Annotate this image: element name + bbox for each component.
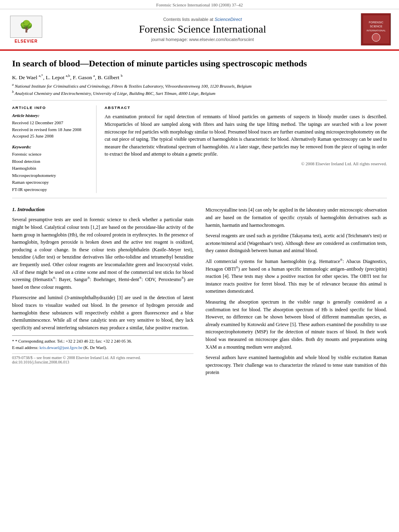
article-info-column: ARTICLE INFO Article history: Received 1… — [12, 105, 97, 193]
affiliation-b: b Analytical Chemistry and Electrochemis… — [12, 90, 387, 96]
right-para-1: Microcrystalline tests [4] can only be a… — [206, 206, 387, 229]
article-title: In search of blood—Detection of minute p… — [12, 58, 387, 70]
intro-para-1: Several presumptive tests are used in fo… — [12, 216, 193, 291]
elsevier-tree-icon: 🌳 — [19, 21, 33, 32]
journal-cover-thumbnail: FORENSIC SCIENCE INTERNATIONAL — [361, 13, 391, 45]
sciencedirect-line: Contents lists available at ScienceDirec… — [52, 17, 353, 22]
body-section: 1. Introduction Several presumptive test… — [12, 206, 387, 379]
journal-citation: Forensic Science International 180 (2008… — [0, 0, 399, 9]
introduction-heading: 1. Introduction — [12, 206, 193, 213]
journal-title: Forensic Science International — [52, 23, 353, 35]
elsevier-logo-box: 🌳 — [10, 16, 42, 38]
keyword-ftir: FT-IR spectroscopy — [12, 186, 90, 193]
journal-header: 🌳 ELSEVIER Contents lists available at S… — [0, 9, 399, 51]
intro-para-2: Fluoresceine and luminol (3-aminophthalh… — [12, 294, 193, 331]
journal-center: Contents lists available at ScienceDirec… — [44, 17, 361, 42]
journal-homepage: journal homepage: www.elsevier.com/locat… — [52, 37, 353, 42]
article-info-abstract: ARTICLE INFO Article history: Received 1… — [12, 105, 387, 193]
right-para-4: Measuring the absorption spectrum in the… — [206, 298, 387, 351]
copyright-line: © 2008 Elsevier Ireland Ltd. All rights … — [105, 161, 387, 166]
elsevier-logo: 🌳 ELSEVIER — [8, 16, 44, 43]
abstract-label: ABSTRACT — [105, 105, 387, 110]
elsevier-wordmark: ELSEVIER — [14, 39, 37, 43]
keyword-blood: Blood detection — [12, 158, 90, 165]
svg-point-5 — [372, 33, 380, 41]
article-history-label: Article history: — [12, 113, 90, 118]
svg-text:SCIENCE: SCIENCE — [370, 25, 382, 28]
keywords-section: Keywords: Forensic science Blood detecti… — [12, 144, 90, 193]
right-para-3: All commercial systems for human haemogl… — [206, 258, 387, 295]
authors-line: K. De Wael a,*, L. Lepot a,b, F. Gason a… — [12, 74, 387, 81]
section-divider — [12, 198, 387, 198]
introduction-columns: 1. Introduction Several presumptive test… — [12, 206, 387, 379]
keywords-label: Keywords: — [12, 144, 90, 149]
keyword-forensic: Forensic science — [12, 151, 90, 158]
body-left-column: 1. Introduction Several presumptive test… — [12, 206, 193, 379]
keyword-raman: Raman spectroscopy — [12, 179, 90, 186]
affiliation-a: a National Institute for Criminalistics … — [12, 83, 387, 88]
right-para-2: Several reagents are used such as pyridi… — [206, 232, 387, 255]
article-info-label: ARTICLE INFO — [12, 105, 90, 110]
footnote-email: E-mail address: kris.dewael@just.fgov.be… — [12, 345, 193, 351]
footnotes: * * Corresponding author. Tel.: +32 2 24… — [12, 335, 193, 351]
divider — [12, 100, 387, 101]
bottom-info: 0379-0738/$ – see front matter © 2008 El… — [12, 353, 193, 364]
history-accepted: Accepted 25 June 2008 — [12, 133, 90, 140]
and-word: and — [341, 337, 348, 342]
keyword-microspectro: Microspectrophotometry — [12, 172, 90, 179]
svg-text:FORENSIC: FORENSIC — [369, 21, 383, 24]
abstract-column: ABSTRACT An examination protocol for rap… — [105, 105, 387, 193]
history-revised: Received in revised form 18 June 2008 — [12, 126, 90, 133]
right-para-5: Several authors have examined haemoglobi… — [206, 354, 387, 376]
abstract-text: An examination protocol for rapid detect… — [105, 113, 387, 158]
history-received: Received 12 December 2007 — [12, 119, 90, 126]
main-content: In search of blood—Detection of minute p… — [0, 58, 399, 380]
body-right-column: Microcrystalline tests [4] can only be a… — [206, 206, 387, 379]
footnote-corresponding: * * Corresponding author. Tel.: +32 2 24… — [12, 338, 193, 345]
keyword-haemoglobin: Haemoglobin — [12, 165, 90, 172]
svg-text:INTERNATIONAL: INTERNATIONAL — [366, 29, 386, 32]
